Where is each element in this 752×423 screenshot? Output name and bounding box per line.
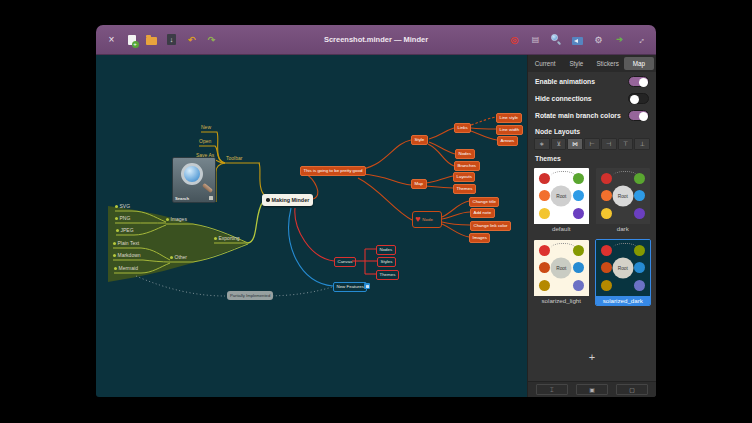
map-node-images[interactable]: Images	[166, 216, 187, 223]
map-node-line-style[interactable]: Line style	[496, 113, 522, 123]
new-document-button[interactable]	[125, 33, 138, 47]
share-button[interactable]: ➔	[613, 33, 626, 47]
map-node-svg[interactable]: SVG	[115, 203, 130, 210]
hide-connections-row: Hide connections	[528, 91, 656, 106]
map-node-canvas[interactable]: Canvas	[334, 257, 356, 267]
map-node-change-title[interactable]: Change title	[469, 197, 499, 207]
app-window: × ↓ ↶ ↷ Screenshot.minder — Minder ◎ ▤ ⚙…	[96, 25, 656, 397]
tab-map[interactable]: Map	[624, 57, 654, 70]
map-node-root[interactable]: Making Minder	[262, 194, 313, 206]
map-node-pretty-good[interactable]: This is going to be pretty good	[300, 166, 366, 176]
map-node-markdown[interactable]: Markdown	[113, 252, 141, 259]
open-button[interactable]	[145, 33, 158, 47]
folder-icon	[146, 37, 157, 45]
map-node-png[interactable]: PNG	[115, 215, 130, 222]
map-node-layouts[interactable]: Layouts	[453, 172, 475, 182]
node-layouts-heading: Node Layouts	[528, 123, 656, 138]
map-node-themes[interactable]: Themes	[453, 184, 476, 194]
new-document-icon	[128, 35, 136, 45]
tab-stickers[interactable]: Stickers	[593, 57, 623, 70]
layout-upward-button[interactable]: ⊥	[634, 138, 650, 150]
map-node-heart-images[interactable]: Images	[469, 233, 490, 243]
tab-current[interactable]: Current	[530, 57, 560, 70]
map-node-map[interactable]: Map	[411, 179, 427, 189]
layout-horizontal-button[interactable]: ⋈	[567, 138, 583, 150]
enable-animations-toggle[interactable]	[628, 76, 649, 87]
themes-heading: Themes	[528, 150, 656, 165]
focus-mode-button[interactable]: ◎	[508, 33, 521, 47]
theme-card-solarized-light[interactable]: Root solarized_light	[533, 239, 590, 306]
export-button[interactable]: ↓	[165, 33, 178, 47]
map-node-arrows[interactable]: Arrows	[497, 136, 518, 146]
map-node-links[interactable]: Links	[454, 123, 471, 133]
export-icon: ↓	[167, 34, 176, 45]
theme-card-dark[interactable]: Root dark	[595, 167, 652, 234]
sticker-icon	[364, 283, 370, 289]
text-tool-button[interactable]: ⌶	[536, 384, 568, 395]
zoom-button[interactable]	[550, 33, 563, 47]
map-node-search-image[interactable]: Search	[172, 157, 216, 203]
sidebar-tabs: Current Style Stickers Map	[528, 55, 656, 72]
map-node-change-link-color[interactable]: Change link color	[470, 221, 511, 231]
theme-card-default[interactable]: Root default	[533, 167, 590, 234]
export-image-button[interactable]	[571, 33, 584, 47]
hide-connections-toggle[interactable]	[628, 93, 649, 104]
search-icon	[551, 34, 562, 45]
layout-to-right-button[interactable]: ⊢	[584, 138, 600, 150]
root-sticker-dot	[266, 198, 270, 202]
map-node-canvas-nodes[interactable]: Nodes	[376, 245, 396, 255]
enable-animations-row: Enable animations	[528, 74, 656, 89]
settings-button[interactable]: ⚙	[592, 33, 605, 47]
connection-title[interactable]: Partially Implemented	[227, 291, 273, 300]
map-node-add-note[interactable]: Add note	[470, 208, 495, 218]
map-node-new-features[interactable]: New Features	[333, 282, 367, 292]
magnifier-icon	[181, 163, 203, 185]
map-node-exporting[interactable]: Exporting	[214, 235, 240, 242]
add-theme-button[interactable]: +	[528, 350, 656, 364]
mindmap-connections	[96, 55, 527, 397]
undo-button[interactable]: ↶	[185, 33, 198, 47]
rotate-branch-colors-row: Rotate main branch colors	[528, 108, 656, 123]
map-node-style[interactable]: Style	[411, 135, 428, 145]
map-node-canvas-styles[interactable]: Styles	[377, 257, 396, 267]
rotate-branch-colors-toggle[interactable]	[628, 110, 649, 121]
fullscreen-button[interactable]: ↔	[631, 30, 650, 49]
map-node-plain-text[interactable]: Plain Text	[113, 240, 139, 247]
close-button[interactable]: ×	[105, 33, 118, 47]
redo-button[interactable]: ↷	[205, 33, 218, 47]
map-node-mermaid[interactable]: Mermaid	[114, 265, 138, 272]
mindmap-canvas[interactable]: Making Minder Toolbar New Open Save As S…	[96, 55, 527, 397]
map-node-nodes[interactable]: Nodes	[455, 149, 475, 159]
frame-tool-button[interactable]: ▢	[616, 384, 648, 395]
layout-vertical-button[interactable]: ⊻	[551, 138, 567, 150]
tab-style[interactable]: Style	[561, 57, 591, 70]
map-node-other[interactable]: Other	[170, 254, 187, 261]
layout-downward-button[interactable]: ⊤	[618, 138, 634, 150]
theme-card-solarized-dark[interactable]: Root solarized_dark	[595, 239, 652, 306]
node-layouts-bar: ∗ ⊻ ⋈ ⊢ ⊣ ⊤ ⊥	[528, 138, 656, 150]
map-node-open[interactable]: Open	[199, 138, 211, 145]
map-node-line-width[interactable]: Line width	[496, 125, 523, 135]
image-icon	[572, 37, 583, 45]
map-node-canvas-themes[interactable]: Themes	[376, 270, 399, 280]
sidebar-actionbar: ⌶ ▣ ▢	[528, 381, 656, 397]
map-node-jpeg[interactable]: JPEG	[116, 227, 134, 234]
outline-button[interactable]: ▤	[529, 33, 542, 47]
magnifier-handle	[202, 183, 213, 193]
sidebar: Current Style Stickers Map Enable animat…	[527, 55, 656, 397]
theme-grid: Root default Root dark R	[528, 165, 656, 306]
titlebar: × ↓ ↶ ↷ Screenshot.minder — Minder ◎ ▤ ⚙…	[96, 25, 656, 55]
map-node-heart[interactable]: ♥ Node	[412, 211, 442, 228]
layout-manual-button[interactable]: ∗	[534, 138, 550, 150]
map-node-branches[interactable]: Branches	[454, 161, 480, 171]
heart-icon: ♥	[415, 215, 420, 224]
map-node-new[interactable]: New	[201, 124, 211, 131]
layout-to-left-button[interactable]: ⊣	[601, 138, 617, 150]
note-icon	[209, 196, 213, 200]
image-tool-button[interactable]: ▣	[576, 384, 608, 395]
map-node-toolbar[interactable]: Toolbar	[226, 155, 242, 162]
